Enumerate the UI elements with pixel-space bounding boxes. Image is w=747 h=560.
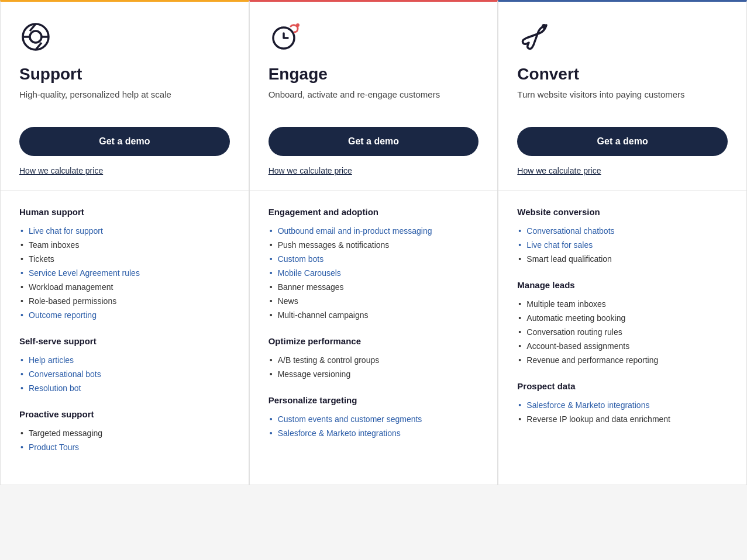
- engage-icon: [268, 20, 301, 53]
- convert-icon: [517, 20, 550, 53]
- list-item: Workload management: [19, 280, 230, 294]
- card-body-support: Human supportLive chat for supportTeam i…: [1, 191, 249, 485]
- feature-list-convert-1: Multiple team inboxesAutomatic meeting b…: [517, 297, 728, 367]
- list-item: Message versioning: [268, 367, 479, 381]
- feature-list-engage-2: Custom events and customer segmentsSales…: [268, 412, 479, 440]
- demo-button-convert[interactable]: Get a demo: [517, 127, 728, 156]
- list-item: Conversation routing rules: [517, 325, 728, 339]
- list-item[interactable]: Live chat for support: [19, 224, 230, 238]
- list-item[interactable]: Salesforce & Marketo integrations: [517, 398, 728, 412]
- list-item[interactable]: Outbound email and in-product messaging: [268, 224, 479, 238]
- demo-button-engage[interactable]: Get a demo: [268, 127, 479, 156]
- list-item[interactable]: Conversational bots: [19, 367, 230, 381]
- card-body-engage: Engagement and adoptionOutbound email an…: [250, 191, 498, 485]
- list-item: Multiple team inboxes: [517, 297, 728, 311]
- list-item: News: [268, 294, 479, 308]
- demo-button-support[interactable]: Get a demo: [19, 127, 230, 156]
- list-item[interactable]: Product Tours: [19, 440, 230, 454]
- price-link-convert[interactable]: How we calculate price: [517, 166, 601, 175]
- list-item: Tickets: [19, 252, 230, 266]
- feature-section-support-1: Self-serve supportHelp articlesConversat…: [19, 336, 230, 395]
- list-item: Push messages & notifications: [268, 238, 479, 252]
- section-title-engage-2: Personalize targeting: [268, 395, 479, 405]
- support-icon: [19, 20, 52, 53]
- feature-list-engage-0: Outbound email and in-product messagingP…: [268, 224, 479, 322]
- list-item: Smart lead qualification: [517, 252, 728, 266]
- feature-list-support-2: Targeted messagingProduct Tours: [19, 426, 230, 454]
- card-subtitle-support: High-quality, personalized help at scale: [19, 89, 230, 113]
- price-link-engage[interactable]: How we calculate price: [268, 166, 352, 175]
- feature-list-convert-0: Conversational chatbotsLive chat for sal…: [517, 224, 728, 266]
- feature-list-engage-1: A/B testing & control groupsMessage vers…: [268, 353, 479, 381]
- list-item[interactable]: Resolution bot: [19, 381, 230, 395]
- list-item[interactable]: Custom bots: [268, 252, 479, 266]
- list-item: Banner messages: [268, 280, 479, 294]
- feature-section-support-2: Proactive supportTargeted messagingProdu…: [19, 409, 230, 454]
- svg-point-8: [542, 24, 546, 29]
- card-body-convert: Website conversionConversational chatbot…: [498, 191, 746, 485]
- list-item: Revenue and performance reporting: [517, 353, 728, 367]
- card-header-engage: EngageOnboard, activate and re-engage cu…: [250, 2, 498, 191]
- svg-point-7: [296, 23, 300, 27]
- pricing-cards-container: SupportHigh-quality, personalized help a…: [0, 0, 747, 485]
- feature-section-engage-1: Optimize performanceA/B testing & contro…: [268, 336, 479, 381]
- list-item: Reverse IP lookup and data enrichment: [517, 412, 728, 426]
- list-item[interactable]: Outcome reporting: [19, 308, 230, 322]
- list-item[interactable]: Salesforce & Marketo integrations: [268, 426, 479, 440]
- list-item: Team inboxes: [19, 238, 230, 252]
- list-item[interactable]: Service Level Agreement rules: [19, 266, 230, 280]
- feature-list-support-0: Live chat for supportTeam inboxesTickets…: [19, 224, 230, 322]
- price-link-support[interactable]: How we calculate price: [19, 166, 103, 175]
- section-title-support-1: Self-serve support: [19, 336, 230, 346]
- section-title-convert-2: Prospect data: [517, 381, 728, 391]
- card-subtitle-convert: Turn website visitors into paying custom…: [517, 89, 728, 113]
- section-title-convert-1: Manage leads: [517, 280, 728, 290]
- section-title-support-2: Proactive support: [19, 409, 230, 419]
- list-item: Targeted messaging: [19, 426, 230, 440]
- card-subtitle-engage: Onboard, activate and re-engage customer…: [268, 89, 479, 113]
- card-title-engage: Engage: [268, 65, 479, 84]
- list-item[interactable]: Live chat for sales: [517, 238, 728, 252]
- feature-list-support-1: Help articlesConversational botsResoluti…: [19, 353, 230, 395]
- feature-section-convert-1: Manage leadsMultiple team inboxesAutomat…: [517, 280, 728, 367]
- card-header-convert: ConvertTurn website visitors into paying…: [498, 2, 746, 191]
- list-item: A/B testing & control groups: [268, 353, 479, 367]
- list-item: Automatic meeting booking: [517, 311, 728, 325]
- card-engage: EngageOnboard, activate and re-engage cu…: [249, 0, 498, 485]
- card-convert: ConvertTurn website visitors into paying…: [498, 0, 747, 485]
- section-title-support-0: Human support: [19, 207, 230, 217]
- list-item[interactable]: Help articles: [19, 353, 230, 367]
- section-title-engage-1: Optimize performance: [268, 336, 479, 346]
- list-item[interactable]: Mobile Carousels: [268, 266, 479, 280]
- list-item: Multi-channel campaigns: [268, 308, 479, 322]
- feature-section-support-0: Human supportLive chat for supportTeam i…: [19, 207, 230, 322]
- list-item: Role-based permissions: [19, 294, 230, 308]
- section-title-engage-0: Engagement and adoption: [268, 207, 479, 217]
- svg-point-1: [30, 31, 42, 43]
- card-support: SupportHigh-quality, personalized help a…: [0, 0, 249, 485]
- list-item: Account-based assignments: [517, 339, 728, 353]
- feature-section-engage-2: Personalize targetingCustom events and c…: [268, 395, 479, 440]
- section-title-convert-0: Website conversion: [517, 207, 728, 217]
- card-title-convert: Convert: [517, 65, 728, 84]
- list-item[interactable]: Conversational chatbots: [517, 224, 728, 238]
- card-title-support: Support: [19, 65, 230, 84]
- feature-list-convert-2: Salesforce & Marketo integrationsReverse…: [517, 398, 728, 426]
- feature-section-convert-0: Website conversionConversational chatbot…: [517, 207, 728, 266]
- feature-section-convert-2: Prospect dataSalesforce & Marketo integr…: [517, 381, 728, 426]
- feature-section-engage-0: Engagement and adoptionOutbound email an…: [268, 207, 479, 322]
- list-item[interactable]: Custom events and customer segments: [268, 412, 479, 426]
- card-header-support: SupportHigh-quality, personalized help a…: [1, 2, 249, 191]
